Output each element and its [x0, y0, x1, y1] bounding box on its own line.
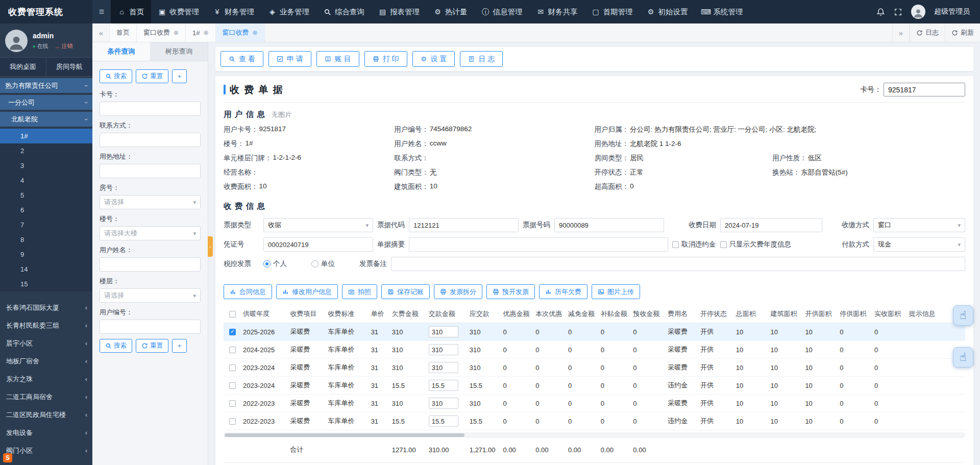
row-checkbox[interactable]	[229, 418, 236, 425]
menu-item-init[interactable]: ⚙初始设置	[640, 0, 695, 23]
menu-item-system[interactable]: ⌨系统管理	[695, 0, 750, 23]
tree-node-branch-1[interactable]: 一分公司›	[0, 95, 92, 110]
tab-home[interactable]: 首页	[110, 23, 137, 42]
panel-collapse-handle[interactable]: ‹	[208, 236, 213, 257]
contract-info-button[interactable]: 合同信息	[224, 284, 272, 299]
save-account-button[interactable]: 保存记账	[381, 284, 430, 299]
table-row[interactable]: 2022-2023采暖费车库单价3131031000000采暖费开供101010…	[224, 395, 965, 412]
view-button[interactable]: 查 看	[220, 51, 263, 67]
invoice-type-select[interactable]: 收据▾	[263, 218, 373, 232]
invoice-no-input[interactable]	[554, 218, 664, 232]
horizontal-scrollbar[interactable]	[224, 432, 965, 438]
floor-select[interactable]: 请选择▾	[100, 288, 201, 303]
row-checkbox[interactable]	[229, 400, 236, 407]
tree-node-com-8[interactable]: 发电设备‹	[0, 424, 92, 442]
tree-node-com-9[interactable]: 阀门小区‹	[0, 442, 92, 459]
menu-item-home[interactable]: ⌂首页	[111, 0, 151, 23]
sidebar-tab-room-nav[interactable]: 房间导航	[46, 58, 92, 76]
menu-item-business[interactable]: ◈业务管理	[261, 0, 316, 23]
print-button[interactable]: 打 印	[364, 51, 407, 67]
tree-node-com-3[interactable]: 晨宇小区‹	[0, 334, 92, 352]
tree-node-b-5[interactable]: 5	[0, 188, 92, 203]
tree-node-b-14[interactable]: 14	[0, 262, 92, 277]
unit-radio[interactable]: 单位	[311, 259, 335, 268]
bell-icon[interactable]	[876, 8, 885, 16]
history-arrears-button[interactable]: 历年欠费	[539, 284, 587, 299]
filter-tab-condition[interactable]: 条件查询	[92, 42, 150, 61]
reset-button-bottom[interactable]: 重置	[136, 339, 168, 353]
select-all-checkbox[interactable]	[229, 311, 236, 317]
only-arrears-checkbox[interactable]: 只显示欠费年度信息	[720, 240, 792, 249]
search-button-bottom[interactable]: 搜索	[100, 339, 132, 353]
invoice-code-input[interactable]	[409, 218, 519, 232]
logs-button[interactable]: 日 志	[460, 51, 503, 67]
tab-fee-window-2[interactable]: 窗口收费⊗	[216, 23, 265, 42]
tree-node-b-8[interactable]: 8	[0, 232, 92, 247]
table-row[interactable]: 2025-2026采暖费车库单价3131031000000采暖费开供101010…	[224, 323, 965, 341]
card-no-input[interactable]	[100, 102, 201, 116]
sidebar-avatar[interactable]	[5, 30, 28, 52]
scrollbar-thumb[interactable]	[225, 433, 464, 437]
hand-pointer-icon[interactable]: ☝	[953, 347, 973, 368]
heat-address-input[interactable]	[100, 164, 201, 178]
add-button-top[interactable]: +	[172, 69, 187, 83]
tree-node-b-15[interactable]: 15	[0, 277, 92, 291]
pay-amount-input[interactable]	[429, 380, 458, 391]
image-upload-button[interactable]: 图片上传	[592, 284, 640, 299]
tree-node-com-7[interactable]: 二道区民政局住宅楼‹	[0, 406, 92, 424]
menu-item-meter[interactable]: ⚙热计量	[427, 0, 475, 23]
tree-node-com-1[interactable]: 长春鸿石国际大厦‹	[0, 299, 92, 316]
collect-method-select[interactable]: 窗口▾	[873, 218, 965, 232]
voucher-input[interactable]	[263, 237, 373, 252]
row-checkbox[interactable]	[229, 347, 236, 353]
tree-node-b-3[interactable]: 3	[0, 158, 92, 173]
close-icon[interactable]: ⊗	[174, 29, 179, 36]
pay-amount-input[interactable]	[429, 326, 458, 337]
photo-button[interactable]: 拍照	[342, 284, 377, 299]
building-no-select[interactable]: 请选择大楼▾	[100, 226, 201, 240]
tabs-scroll-right-icon[interactable]: »	[892, 23, 910, 42]
hand-pointer-icon[interactable]: ☝	[953, 305, 973, 326]
invoice-split-button[interactable]: 发票拆分	[434, 284, 482, 299]
tab-fee-window-1[interactable]: 窗口收费⊗	[137, 23, 186, 42]
tree-node-b-1[interactable]: 1#	[0, 129, 92, 143]
menu-item-finance[interactable]: ¥财务管理	[206, 0, 261, 23]
tree-node-com-6[interactable]: 二道工商局宿舍‹	[0, 388, 92, 406]
filter-tab-tree[interactable]: 树形查询	[150, 42, 208, 61]
table-row[interactable]: 2022-2023采暖费车库单价3115.515.500000违约金开供1010…	[224, 412, 965, 430]
table-row[interactable]: 2023-2024采暖费车库单价3131031000000采暖费开供101010…	[224, 359, 965, 377]
pay-method-select[interactable]: 现金▾	[873, 237, 965, 252]
user-role[interactable]: 超级管理员	[934, 7, 970, 16]
row-checkbox[interactable]	[229, 364, 236, 371]
add-button-bottom[interactable]: +	[172, 339, 187, 353]
settings-button[interactable]: ⚙设 置	[412, 51, 455, 67]
menu-item-first[interactable]: ▢首期管理	[585, 0, 640, 23]
row-checkbox[interactable]	[229, 382, 236, 389]
sidebar-tab-desktop[interactable]: 我的桌面	[0, 58, 46, 76]
tree-node-b-6[interactable]: 6	[0, 203, 92, 217]
menu-item-info[interactable]: ⓘ信息管理	[475, 0, 530, 23]
user-avatar[interactable]	[911, 5, 925, 19]
tree-node-com-2[interactable]: 长青村民航委三组‹	[0, 316, 92, 334]
invoice-note-input[interactable]	[391, 257, 965, 271]
search-button-top[interactable]: 搜索	[100, 69, 132, 83]
row-checkbox[interactable]	[229, 329, 236, 335]
log-button[interactable]: 日志	[910, 23, 945, 42]
tree-node-b-7[interactable]: 7	[0, 217, 92, 232]
fullscreen-icon[interactable]	[894, 8, 902, 16]
card-number-input[interactable]	[884, 83, 965, 96]
reset-button-top[interactable]: 重置	[136, 69, 168, 83]
fee-date-input[interactable]	[720, 218, 822, 232]
room-no-select[interactable]: 请选择▾	[100, 195, 201, 209]
tree-node-b-4[interactable]: 4	[0, 173, 92, 188]
tree-node-beihang[interactable]: 北航老院›	[0, 112, 92, 127]
menu-item-fee[interactable]: ▣收费管理	[151, 0, 206, 23]
pay-amount-input[interactable]	[429, 415, 458, 427]
tree-node-b-9[interactable]: 9	[0, 247, 92, 262]
accounts-button[interactable]: 账 目	[316, 51, 359, 67]
tab-building-1[interactable]: 1#⊗	[186, 23, 216, 42]
close-icon[interactable]: ⊗	[253, 29, 258, 36]
personal-radio[interactable]: 个人	[263, 259, 287, 268]
tree-node-com-5[interactable]: 东方之珠‹	[0, 370, 92, 388]
pre-invoice-button[interactable]: 预开发票	[486, 284, 535, 299]
